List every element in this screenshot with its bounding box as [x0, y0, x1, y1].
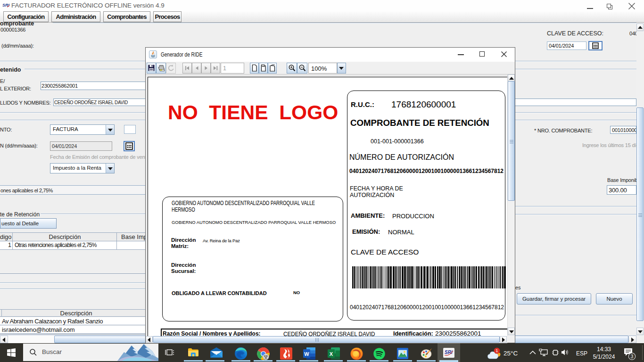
svg-text:X: X: [330, 351, 333, 357]
svg-text:3: 3: [631, 354, 634, 359]
svg-text:SRi: SRi: [445, 350, 453, 355]
svg-text:W: W: [304, 351, 309, 357]
svg-text:1: 1: [495, 348, 498, 353]
svg-text:SRI: SRI: [2, 3, 10, 8]
